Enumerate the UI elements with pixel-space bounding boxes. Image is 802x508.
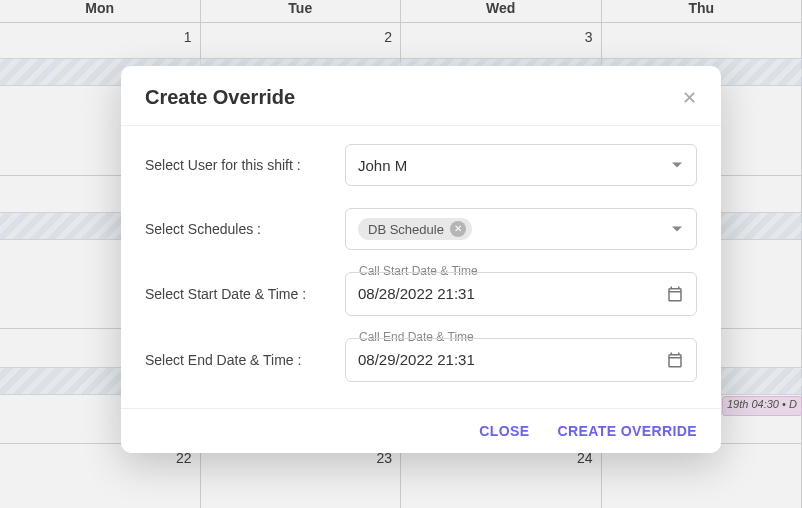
modal-body: Select User for this shift : John M Sele… [121,125,721,409]
close-button[interactable]: CLOSE [479,423,529,439]
form-row-user: Select User for this shift : John M [145,144,697,186]
user-label: Select User for this shift : [145,157,345,173]
start-label: Select Start Date & Time : [145,286,345,302]
end-datetime-input[interactable]: 08/29/2022 21:31 [345,338,697,382]
create-override-button[interactable]: CREATE OVERRIDE [557,423,697,439]
end-datetime-wrap: Call End Date & Time 08/29/2022 21:31 [345,338,697,382]
schedule-chip-label: DB Schedule [368,222,444,237]
chevron-down-icon [672,227,682,232]
schedules-select[interactable]: DB Schedule ✕ [345,208,697,250]
form-row-start: Select Start Date & Time : Call Start Da… [145,272,697,316]
chevron-down-icon [672,163,682,168]
calendar-icon[interactable] [666,285,684,303]
schedule-chip: DB Schedule ✕ [358,218,472,240]
start-datetime-input[interactable]: 08/28/2022 21:31 [345,272,697,316]
calendar-icon[interactable] [666,351,684,369]
remove-chip-icon[interactable]: ✕ [450,221,466,237]
schedules-label: Select Schedules : [145,221,345,237]
end-datetime-value: 08/29/2022 21:31 [358,351,475,368]
modal-footer: CLOSE CREATE OVERRIDE [121,409,721,453]
end-label: Select End Date & Time : [145,352,345,368]
modal-header: Create Override ✕ [121,66,721,125]
user-select[interactable]: John M [345,144,697,186]
start-datetime-wrap: Call Start Date & Time 08/28/2022 21:31 [345,272,697,316]
modal-title: Create Override [145,86,295,109]
start-datetime-value: 08/28/2022 21:31 [358,285,475,302]
user-select-value: John M [358,157,407,174]
close-icon[interactable]: ✕ [682,89,697,107]
form-row-schedules: Select Schedules : DB Schedule ✕ [145,208,697,250]
form-row-end: Select End Date & Time : Call End Date &… [145,338,697,382]
create-override-modal: Create Override ✕ Select User for this s… [121,66,721,453]
